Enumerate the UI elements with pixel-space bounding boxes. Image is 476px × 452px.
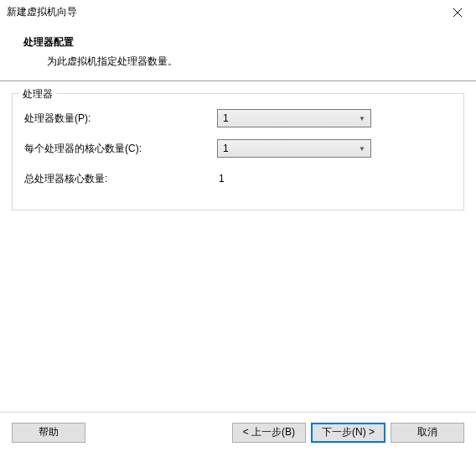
total-cores-value: 1	[217, 173, 225, 184]
processor-count-label: 处理器数量(P):	[24, 112, 217, 126]
wizard-header: 处理器配置 为此虚拟机指定处理器数量。	[0, 25, 476, 81]
groupbox-label: 处理器	[19, 87, 56, 101]
titlebar: 新建虚拟机向导	[0, 0, 476, 25]
wizard-footer: 帮助 < 上一步(B) 下一步(N) > 取消	[0, 412, 476, 452]
row-cores-per-processor: 每个处理器的核心数量(C): 1 ▼	[24, 139, 452, 158]
window-title: 新建虚拟机向导	[7, 5, 77, 19]
page-subtitle: 为此虚拟机指定处理器数量。	[23, 55, 459, 69]
chevron-down-icon: ▼	[359, 145, 365, 153]
content-area: 处理器 处理器数量(P): 1 ▼ 每个处理器的核心数量(C): 1 ▼ 总处理…	[0, 81, 476, 210]
cores-per-processor-label: 每个处理器的核心数量(C):	[24, 142, 217, 156]
cores-per-processor-select[interactable]: 1 ▼	[217, 139, 371, 158]
row-total-cores: 总处理器核心数量: 1	[24, 169, 452, 188]
processor-count-value: 1	[223, 112, 229, 124]
processor-count-select[interactable]: 1 ▼	[217, 109, 371, 127]
next-button[interactable]: 下一步(N) >	[311, 423, 385, 443]
cores-per-processor-value: 1	[223, 143, 229, 154]
close-icon	[453, 8, 462, 17]
processor-group: 处理器 处理器数量(P): 1 ▼ 每个处理器的核心数量(C): 1 ▼ 总处理…	[12, 93, 464, 210]
row-processor-count: 处理器数量(P): 1 ▼	[24, 109, 452, 127]
close-button[interactable]	[438, 0, 476, 25]
total-cores-label: 总处理器核心数量:	[24, 172, 217, 186]
cancel-button[interactable]: 取消	[391, 423, 464, 443]
help-button[interactable]: 帮助	[12, 423, 85, 443]
chevron-down-icon: ▼	[359, 115, 365, 122]
back-button[interactable]: < 上一步(B)	[232, 423, 306, 443]
page-title: 处理器配置	[23, 35, 459, 49]
